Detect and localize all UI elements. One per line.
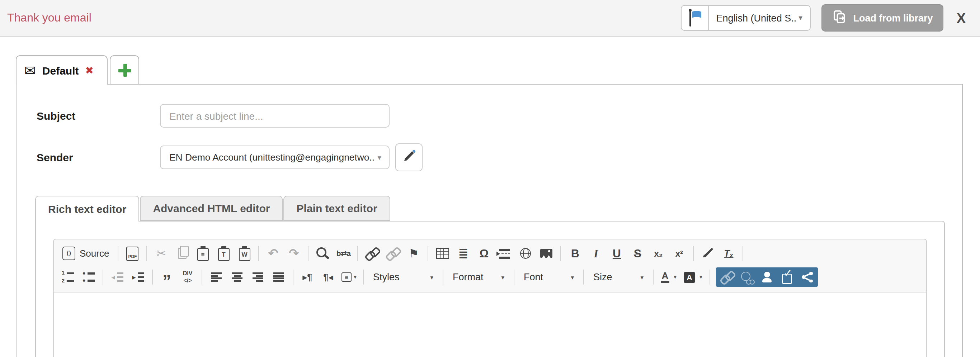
align-center-button[interactable] bbox=[228, 267, 247, 287]
paste-as-text-icon: T bbox=[218, 248, 229, 260]
tab-default[interactable]: ✉ Default ✖ bbox=[16, 55, 108, 84]
undo-button: ↶ bbox=[263, 244, 283, 263]
link-button[interactable] bbox=[362, 244, 382, 263]
separator bbox=[443, 270, 443, 285]
paste-as-text-button[interactable]: T bbox=[214, 244, 233, 263]
export-pdf-button[interactable]: PDF bbox=[123, 244, 142, 263]
size-combo[interactable]: Size ▾ bbox=[587, 267, 649, 287]
tab-rich-text-editor[interactable]: Rich text editor bbox=[35, 196, 139, 222]
page-title: Thank you email bbox=[7, 11, 91, 24]
sender-row: Sender EN Demo Account (unittesting@enga… bbox=[37, 143, 962, 171]
text-color-button[interactable]: A ▾ bbox=[657, 267, 680, 287]
strikethrough-button[interactable]: S bbox=[628, 244, 647, 263]
bold-icon: B bbox=[571, 248, 579, 259]
bulleted-list-button[interactable]: •• bbox=[79, 267, 98, 287]
en-share-icon bbox=[802, 272, 813, 282]
separator bbox=[146, 246, 147, 261]
horizontal-line-button[interactable]: ≣ bbox=[453, 244, 473, 263]
image-button[interactable] bbox=[537, 244, 556, 263]
en-social-link-button[interactable] bbox=[737, 267, 757, 287]
close-modal-button[interactable]: X bbox=[957, 11, 966, 25]
separator bbox=[583, 270, 584, 285]
cut-icon: ✂ bbox=[156, 248, 166, 259]
tab-plain-text-editor[interactable]: Plain text editor bbox=[284, 196, 390, 221]
load-from-library-button[interactable]: Load from library bbox=[822, 4, 944, 32]
special-character-button[interactable]: Ω bbox=[474, 244, 493, 263]
en-person-icon bbox=[762, 272, 772, 282]
increase-indent-button[interactable]: ▸ bbox=[129, 267, 148, 287]
bold-button[interactable]: B bbox=[565, 244, 585, 263]
justify-button[interactable] bbox=[269, 267, 288, 287]
separator bbox=[743, 246, 743, 261]
combo-caret-icon: ▾ bbox=[501, 273, 504, 281]
load-from-library-label: Load from library bbox=[853, 13, 933, 23]
subject-input[interactable] bbox=[160, 104, 390, 128]
subscript-button[interactable]: x₂ bbox=[649, 244, 668, 263]
language-value: English (United S... bbox=[709, 13, 797, 23]
separator bbox=[118, 246, 118, 261]
font-combo[interactable]: Font ▾ bbox=[518, 267, 580, 287]
find-button[interactable] bbox=[313, 244, 332, 263]
language-selector[interactable]: English (United S... ▼ bbox=[681, 5, 811, 31]
sender-select[interactable]: EN Demo Account (unittesting@engagingnet… bbox=[160, 146, 390, 169]
background-color-button[interactable]: A ▾ bbox=[680, 267, 706, 287]
div-container-button[interactable]: DIV</> bbox=[178, 267, 197, 287]
edit-sender-button[interactable] bbox=[395, 143, 423, 171]
toolbar-row-2: 12 •• ◂ bbox=[57, 265, 923, 289]
tab-close-icon[interactable]: ✖ bbox=[85, 65, 94, 76]
replace-button[interactable]: b⇄a bbox=[334, 244, 353, 263]
background-color-icon: A bbox=[684, 271, 695, 283]
rich-text-editor: ⟨⟩ Source PDF ✂ ≡ T W bbox=[53, 239, 927, 357]
en-globe-link-icon bbox=[741, 271, 752, 283]
separator bbox=[363, 270, 364, 285]
en-insert-form-block-button[interactable] bbox=[777, 267, 797, 287]
numbered-list-button[interactable]: 12 bbox=[58, 267, 78, 287]
en-insert-link-button[interactable] bbox=[717, 267, 737, 287]
unlink-icon bbox=[386, 248, 399, 259]
align-left-button[interactable] bbox=[207, 267, 226, 287]
separator bbox=[357, 246, 358, 261]
copy-formatting-button[interactable] bbox=[698, 244, 718, 263]
language-button[interactable]: ≡ ▾ bbox=[339, 267, 359, 287]
iframe-button[interactable] bbox=[516, 244, 535, 263]
en-share-button[interactable] bbox=[797, 267, 817, 287]
en-insert-contact-data-button[interactable] bbox=[757, 267, 777, 287]
size-combo-label: Size bbox=[593, 272, 612, 282]
tab-advanced-html-editor[interactable]: Advanced HTML editor bbox=[140, 196, 283, 221]
remove-format-button[interactable]: Tₓ bbox=[719, 244, 738, 263]
decrease-indent-icon: ◂ bbox=[111, 273, 123, 282]
redo-button: ↷ bbox=[284, 244, 304, 263]
combo-caret-icon: ▾ bbox=[640, 273, 644, 281]
format-combo[interactable]: Format ▾ bbox=[447, 267, 510, 287]
italic-icon: I bbox=[593, 248, 598, 259]
separator bbox=[428, 246, 428, 261]
styles-combo[interactable]: Styles ▾ bbox=[368, 267, 439, 287]
source-button[interactable]: ⟨⟩ Source bbox=[58, 244, 113, 263]
copy-icon bbox=[178, 248, 186, 259]
add-tab-button[interactable] bbox=[110, 55, 139, 84]
copy-button bbox=[172, 244, 192, 263]
underline-icon: U bbox=[612, 248, 621, 259]
envelope-icon: ✉ bbox=[24, 63, 36, 77]
text-direction-rtl-button[interactable]: ¶◂ bbox=[318, 267, 338, 287]
page-break-button[interactable] bbox=[495, 244, 514, 263]
sender-value: EN Demo Account (unittesting@engagingnet… bbox=[169, 152, 374, 163]
export-pdf-icon: PDF bbox=[126, 246, 138, 260]
superscript-button[interactable]: x² bbox=[669, 244, 689, 263]
styles-combo-label: Styles bbox=[373, 272, 399, 282]
flag-icon bbox=[682, 6, 709, 30]
table-button[interactable] bbox=[433, 244, 452, 263]
text-direction-ltr-button[interactable]: ▸¶ bbox=[298, 267, 317, 287]
paste-from-word-button[interactable]: W bbox=[235, 244, 254, 263]
engaging-networks-plugin-group bbox=[716, 267, 818, 287]
italic-button[interactable]: I bbox=[586, 244, 606, 263]
paste-button[interactable]: ≡ bbox=[193, 244, 212, 263]
underline-button[interactable]: U bbox=[607, 244, 626, 263]
editor-content-area[interactable] bbox=[54, 292, 926, 357]
paintbrush-icon bbox=[702, 246, 713, 260]
anchor-button[interactable]: ⚑ bbox=[404, 244, 423, 263]
image-icon bbox=[540, 249, 552, 258]
align-right-button[interactable] bbox=[248, 267, 267, 287]
text-color-caret-icon: ▾ bbox=[674, 274, 676, 280]
blockquote-button[interactable]: ” bbox=[157, 267, 177, 287]
